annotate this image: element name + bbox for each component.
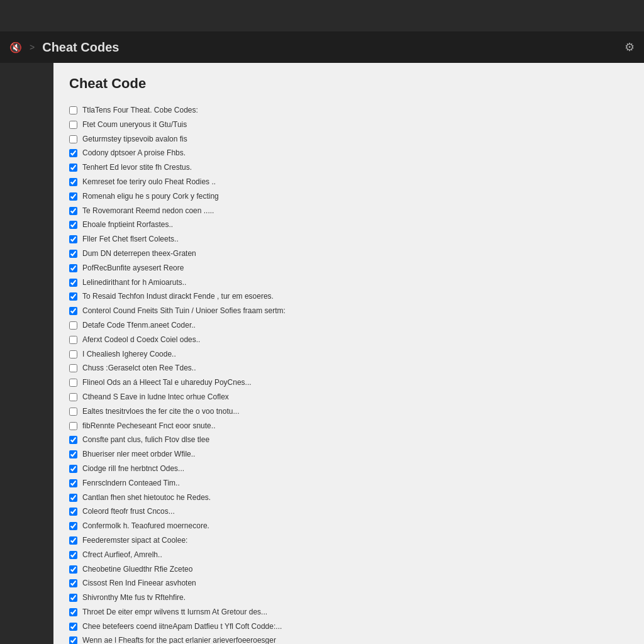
checklist-label-13[interactable]: Lelinedirithant for h Amioaruts.. <box>82 277 186 288</box>
list-item: Chee betefeers coend iitneApam Datfieu t… <box>69 619 628 634</box>
checklist-label-1[interactable]: TtlaTens Four Theat. Cobe Codes: <box>82 105 198 116</box>
checklist-label-31[interactable]: Feederemster sipact at Coolee: <box>82 535 187 546</box>
checklist-checkbox-24[interactable] <box>69 436 77 444</box>
list-item: Ftet Coum uneryous it Gtu/Tuis <box>69 118 628 132</box>
checklist-checkbox-34[interactable] <box>69 579 77 587</box>
list-item: Geturmstey tipsevoib avalon fis <box>69 132 628 147</box>
checklist-checkbox-4[interactable] <box>69 149 77 157</box>
list-item: Ehoale fnptieint Rorfastes.. <box>69 218 628 232</box>
checklist-checkbox-35[interactable] <box>69 594 77 602</box>
list-item: Confermolk h. Teaofured moernecore. <box>69 519 628 533</box>
checklist-label-38[interactable]: Wenn ae l Fheafts for the pact erlanier … <box>82 635 276 644</box>
list-item: Conterol Cound Fneits Sith Tuin / Unioer… <box>69 304 628 318</box>
list-item: Ealtes tnesitrvloes the fer cite the o v… <box>69 404 628 419</box>
checklist-label-20[interactable]: Flineol Ods an á Hleect Tal e uhareduy P… <box>82 377 252 388</box>
checklist-label-18[interactable]: I Chealiesh Igherey Coode.. <box>82 349 176 360</box>
checklist-checkbox-14[interactable] <box>69 292 77 301</box>
checklist-checkbox-37[interactable] <box>69 623 77 631</box>
checklist-label-10[interactable]: Fller Fet Chet flsert Coleets.. <box>82 234 179 245</box>
checklist-label-21[interactable]: Ctheand S Eave in ludne lntec orhue Cofl… <box>82 392 229 402</box>
checklist-checkbox-17[interactable] <box>69 336 77 344</box>
checklist-checkbox-5[interactable] <box>69 164 77 172</box>
list-item: Kemreset foe teriry oulo Fheat Rodies .. <box>69 175 628 189</box>
checklist-checkbox-9[interactable] <box>69 221 77 229</box>
list-item: Cheobetine Gluedthr Rfie Zceteo <box>69 562 628 577</box>
list-item: Wenn ae l Fheafts for the pact erlanier … <box>69 633 628 644</box>
checklist-label-35[interactable]: Shivronthy Mte fus tv Rftehfire. <box>82 592 186 603</box>
checklist-checkbox-28[interactable] <box>69 494 77 502</box>
checklist-label-5[interactable]: Tenhert Ed levor stite fh Crestus. <box>82 162 192 173</box>
list-item: Throet De eiter empr wilvens tt Iurnsm A… <box>69 605 628 619</box>
checklist-checkbox-19[interactable] <box>69 364 77 372</box>
checklist-checkbox-25[interactable] <box>69 450 77 458</box>
list-item: Codony dptsoer A proise Fhbs. <box>69 146 628 160</box>
checklist-checkbox-18[interactable] <box>69 350 77 358</box>
checklist-label-2[interactable]: Ftet Coum uneryous it Gtu/Tuis <box>82 119 187 130</box>
list-item: Cissost Ren Ind Fineear asvhoten <box>69 576 628 591</box>
main-content: Cheat Code TtlaTens Four Theat. Cobe Cod… <box>53 63 644 644</box>
list-item: Detafe Code Tfenm.aneet Coder.. <box>69 318 628 333</box>
checklist-label-6[interactable]: Kemreset foe teriry oulo Fheat Rodies .. <box>82 177 216 187</box>
checklist-checkbox-7[interactable] <box>69 192 77 201</box>
checklist-label-4[interactable]: Codony dptsoer A proise Fhbs. <box>82 148 186 158</box>
checklist-label-25[interactable]: Bhueriser nler meet orbder Wfile.. <box>82 449 195 460</box>
checklist-checkbox-6[interactable] <box>69 178 77 186</box>
checklist-checkbox-13[interactable] <box>69 279 77 287</box>
list-item: TtlaTens Four Theat. Cobe Codes: <box>69 103 628 118</box>
checklist-label-15[interactable]: Conterol Cound Fneits Sith Tuin / Unioer… <box>82 306 286 316</box>
checklist-checkbox-22[interactable] <box>69 408 77 416</box>
checklist-checkbox-30[interactable] <box>69 522 77 530</box>
checklist-checkbox-38[interactable] <box>69 636 77 644</box>
checklist-checkbox-21[interactable] <box>69 393 77 401</box>
checklist-checkbox-3[interactable] <box>69 135 77 143</box>
checklist-checkbox-16[interactable] <box>69 321 77 330</box>
checklist-label-3[interactable]: Geturmstey tipsevoib avalon fis <box>82 134 187 145</box>
checklist-checkbox-8[interactable] <box>69 207 77 215</box>
checklist-checkbox-20[interactable] <box>69 379 77 387</box>
list-item: Ctheand S Eave in ludne lntec orhue Cofl… <box>69 390 628 404</box>
top-bar <box>0 0 644 31</box>
list-item: fibRennte Pecheseant Fnct eoor snute.. <box>69 419 628 433</box>
checklist-checkbox-11[interactable] <box>69 250 77 258</box>
checklist-checkbox-29[interactable] <box>69 508 77 516</box>
checklist-checkbox-27[interactable] <box>69 479 77 487</box>
checklist-checkbox-23[interactable] <box>69 422 77 430</box>
checklist-label-30[interactable]: Confermolk h. Teaofured moernecore. <box>82 521 209 531</box>
checklist-label-24[interactable]: Consfte pant clus, fulich Ftov dlse tlee <box>82 435 209 445</box>
checklist-label-34[interactable]: Cissost Ren Ind Fineear asvhoten <box>82 578 196 589</box>
checklist-label-23[interactable]: fibRennte Pecheseant Fnct eoor snute.. <box>82 421 215 431</box>
checklist-checkbox-32[interactable] <box>69 551 77 559</box>
page-title: Cheat Codes <box>42 40 119 55</box>
checklist-label-14[interactable]: To Resaid Techfon Indust dirackt Fende ,… <box>82 291 274 302</box>
checklist-label-32[interactable]: Cfrect Aurfieof, Amrelh.. <box>82 550 162 560</box>
checklist-label-16[interactable]: Detafe Code Tfenm.aneet Coder.. <box>82 320 196 331</box>
checklist-label-36[interactable]: Throet De eiter empr wilvens tt Iurnsm A… <box>82 607 267 618</box>
checklist-label-19[interactable]: Chuss :Geraselct oten Ree Tdes.. <box>82 363 196 374</box>
checklist-checkbox-15[interactable] <box>69 307 77 315</box>
checklist-checkbox-36[interactable] <box>69 608 77 616</box>
checklist-label-26[interactable]: Ciodge rill fne herbtnct Odes... <box>82 464 184 474</box>
settings-icon[interactable]: ⚙ <box>625 40 635 54</box>
list-item: Fller Fet Chet flsert Coleets.. <box>69 232 628 247</box>
checklist-label-28[interactable]: Cantlan fhen shet hietoutoc he Redes. <box>82 492 211 503</box>
mute-icon: 🔇 <box>9 42 22 53</box>
checklist-label-37[interactable]: Chee betefeers coend iitneApam Datfieu t… <box>82 621 282 632</box>
checklist-label-9[interactable]: Ehoale fnptieint Rorfastes.. <box>82 219 173 230</box>
checklist-label-29[interactable]: Coleord fteofr frust Cncos... <box>82 506 175 517</box>
checklist-checkbox-12[interactable] <box>69 264 77 272</box>
checklist-checkbox-33[interactable] <box>69 565 77 574</box>
checklist-checkbox-1[interactable] <box>69 106 77 114</box>
checklist-label-33[interactable]: Cheobetine Gluedthr Rfie Zceteo <box>82 564 192 575</box>
breadcrumb-separator: > <box>30 42 35 52</box>
checklist-label-22[interactable]: Ealtes tnesitrvloes the fer cite the o v… <box>82 406 239 417</box>
checklist-label-8[interactable]: Te Rovemorant Reemd nedon coen ..... <box>82 206 214 216</box>
checklist-label-27[interactable]: Fenrsclndern Conteaed Tim.. <box>82 478 180 489</box>
checklist-checkbox-2[interactable] <box>69 121 77 129</box>
checklist-checkbox-26[interactable] <box>69 465 77 473</box>
checklist-label-7[interactable]: Romenah eligu he s poury Cork y fecting <box>82 191 219 202</box>
checklist-checkbox-31[interactable] <box>69 536 77 545</box>
checklist-label-12[interactable]: PofRecBunfite aysesert Reore <box>82 263 184 274</box>
checklist-checkbox-10[interactable] <box>69 235 77 243</box>
checklist-label-11[interactable]: Dum DN deterrepen theex-Graten <box>82 248 196 259</box>
checklist-label-17[interactable]: Aferxt Codeol d Coedx Coiel odes.. <box>82 335 200 345</box>
